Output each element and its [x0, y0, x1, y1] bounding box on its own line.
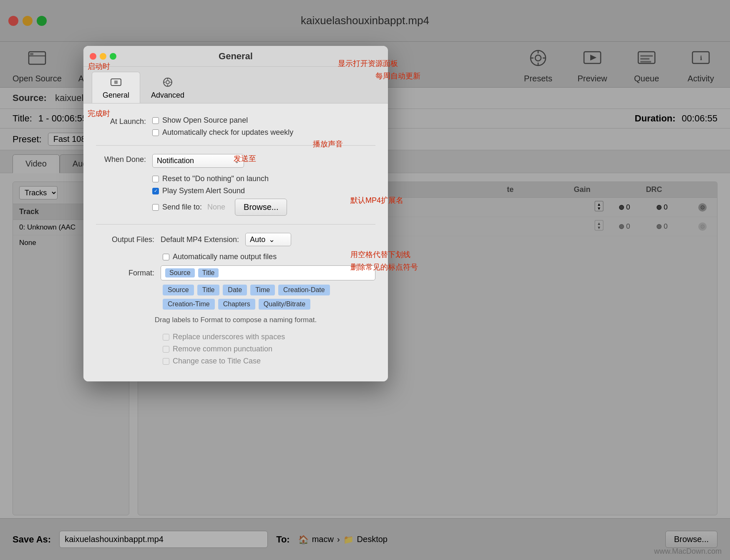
- replace-underscores-row: Replace underscores with spaces: [163, 333, 375, 341]
- auto-name-checkbox[interactable]: [163, 254, 169, 260]
- label-chapters[interactable]: Chapters: [218, 299, 255, 310]
- when-done-dropdown[interactable]: Notification ⌄: [152, 154, 244, 168]
- tab-advanced[interactable]: Advanced: [140, 72, 195, 103]
- change-case-label: Change case to Title Case: [173, 357, 261, 366]
- label-quality-bitrate[interactable]: Quality/Bitrate: [259, 299, 310, 310]
- modal-title: General: [219, 51, 253, 62]
- auto-check-updates-checkbox[interactable]: [152, 129, 159, 136]
- format-row: Format: Source Title: [96, 265, 375, 280]
- when-done-value: Notification: [157, 156, 194, 165]
- replace-underscores-checkbox[interactable]: [163, 334, 169, 341]
- drag-hint: Drag labels to Format to compose a namin…: [96, 316, 375, 324]
- format-tag-source: Source: [165, 268, 195, 277]
- modal-window-controls: [90, 53, 116, 60]
- label-creation-time[interactable]: Creation-Time: [163, 299, 215, 310]
- show-open-source-row: Show Open Source panel: [152, 116, 293, 125]
- mp4-extension-select[interactable]: Auto ⌄: [245, 233, 291, 246]
- auto-name-checkbox-row: Automatically name output files: [163, 252, 375, 261]
- modal-tabs: General Advanced: [83, 67, 388, 103]
- send-file-label: Send file to:: [162, 203, 202, 212]
- general-tab-label: General: [103, 91, 129, 100]
- separator-1: [96, 145, 375, 146]
- format-label: Format:: [96, 269, 154, 277]
- format-tag-title: Title: [198, 268, 219, 277]
- auto-check-updates-label: Automatically check for updates weekly: [162, 128, 293, 137]
- reset-do-nothing-row: Reset to "Do nothing" on launch: [152, 174, 287, 183]
- at-launch-controls: Show Open Source panel Automatically che…: [152, 116, 293, 137]
- change-case-row: Change case to Title Case: [163, 357, 375, 366]
- label-source[interactable]: Source: [163, 285, 194, 295]
- modal-content: At Launch: Show Open Source panel Automa…: [83, 103, 388, 381]
- play-alert-sound-row: Play System Alert Sound: [152, 187, 287, 195]
- general-settings-modal: General General: [83, 46, 388, 381]
- auto-check-updates-row: Automatically check for updates weekly: [152, 128, 293, 137]
- show-open-source-label: Show Open Source panel: [162, 116, 248, 125]
- play-alert-sound-label: Play System Alert Sound: [162, 187, 245, 195]
- format-field[interactable]: Source Title: [161, 265, 375, 280]
- send-file-row: Send file to: None Browse...: [152, 199, 287, 216]
- when-done-controls: Notification ⌄ Reset to "Do nothing" on …: [152, 154, 287, 216]
- replace-underscores-label: Replace underscores with spaces: [173, 333, 285, 341]
- auto-name-label: Automatically name output files: [173, 252, 277, 261]
- remove-punctuation-checkbox[interactable]: [163, 346, 169, 353]
- tab-general[interactable]: General: [92, 72, 140, 103]
- advanced-tab-icon: [161, 76, 174, 89]
- send-file-browse-button[interactable]: Browse...: [235, 199, 287, 216]
- modal-minimize-button[interactable]: [100, 53, 106, 60]
- general-tab-icon: [109, 76, 123, 89]
- label-options: Source Title Date Time Creation-Date Cre…: [163, 285, 375, 310]
- modal-overlay: General General: [0, 0, 730, 560]
- auto-value: Auto: [250, 235, 265, 244]
- modal-titlebar: General: [83, 46, 388, 67]
- extra-checkboxes: Replace underscores with spaces Remove c…: [163, 333, 375, 366]
- remove-punctuation-label: Remove common punctuation: [173, 345, 272, 353]
- label-title[interactable]: Title: [197, 285, 220, 295]
- notification-select-row: Notification ⌄: [152, 154, 287, 168]
- output-files-section: Output Files: Default MP4 Extension: Aut…: [96, 233, 375, 366]
- svg-rect-37: [114, 81, 118, 84]
- when-done-row: When Done: Notification ⌄ Reset to "Do n…: [96, 154, 375, 216]
- reset-do-nothing-checkbox[interactable]: [152, 176, 159, 182]
- change-case-checkbox[interactable]: [163, 358, 169, 365]
- play-alert-sound-checkbox[interactable]: [152, 188, 159, 194]
- at-launch-label: At Launch:: [96, 116, 146, 126]
- default-mp4-label: Default MP4 Extension:: [161, 235, 239, 244]
- send-file-checkbox[interactable]: [152, 204, 159, 211]
- output-files-label: Output Files:: [96, 235, 154, 244]
- auto-select-arrow: ⌄: [269, 235, 275, 244]
- separator-2: [96, 224, 375, 225]
- modal-maximize-button[interactable]: [110, 53, 116, 60]
- send-file-placeholder: None: [207, 203, 225, 212]
- show-open-source-checkbox[interactable]: [152, 117, 159, 124]
- dropdown-arrow-icon: ⌄: [234, 158, 239, 164]
- label-time[interactable]: Time: [250, 285, 275, 295]
- when-done-label: When Done:: [96, 154, 146, 164]
- svg-point-39: [166, 81, 169, 84]
- remove-punctuation-row: Remove common punctuation: [163, 345, 375, 353]
- label-creation-date[interactable]: Creation-Date: [278, 285, 330, 295]
- at-launch-row: At Launch: Show Open Source panel Automa…: [96, 116, 375, 137]
- advanced-tab-label: Advanced: [151, 91, 184, 100]
- modal-close-button[interactable]: [90, 53, 96, 60]
- auto-name-row: Automatically name output files: [163, 252, 375, 261]
- reset-do-nothing-label: Reset to "Do nothing" on launch: [162, 174, 269, 183]
- output-files-row: Output Files: Default MP4 Extension: Aut…: [96, 233, 375, 246]
- label-date[interactable]: Date: [223, 285, 247, 295]
- app-window: kaixuelashouxinbappt.mp4 Open Source +: [0, 0, 730, 560]
